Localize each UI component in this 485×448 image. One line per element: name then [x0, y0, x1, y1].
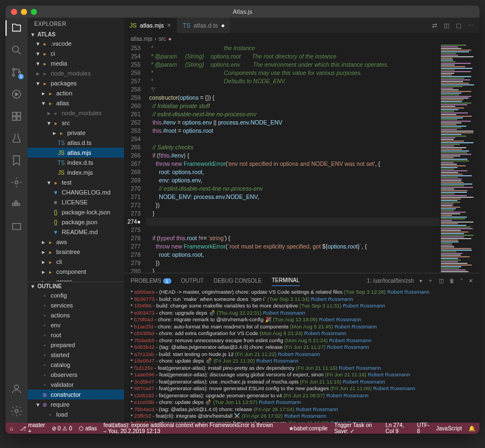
status-errors[interactable]: ⊘ 0 ⚠ 0 [52, 425, 72, 431]
tree-row[interactable]: JSindex.mjs [28, 168, 124, 177]
status-encoding[interactable]: UTF-8 [417, 422, 430, 434]
outline-item[interactable]: ▫actions [28, 310, 124, 320]
split-terminal-icon[interactable]: ◫ [439, 278, 444, 284]
tree-row[interactable]: ▾ ▸test [28, 177, 124, 187]
activity-bar: 3 [6, 18, 28, 423]
svg-point-2 [13, 74, 15, 77]
kill-terminal-icon[interactable]: 🗑 [449, 278, 455, 284]
tree-row[interactable]: ≡LICENSE [28, 197, 124, 207]
status-scope[interactable]: ⬡ atlas [79, 425, 97, 431]
outline-item[interactable]: ▫load [28, 409, 124, 419]
tree-row[interactable]: ▸ ▸braintree [28, 247, 124, 257]
terminal-selector[interactable]: 1: /usr/local/bin/zsh [367, 278, 414, 284]
tree-row[interactable]: ▼CHANGELOG.md [28, 187, 124, 197]
gear-icon[interactable] [10, 405, 23, 417]
panel: PROBLEMS1 OUTPUT DEBUG CONSOLE TERMINAL … [124, 273, 479, 423]
tree-row[interactable]: ▸ ▸action [28, 88, 124, 98]
debug-icon[interactable] [10, 88, 23, 100]
tree-row[interactable]: {}package-lock.json [28, 207, 124, 217]
outline-item[interactable]: ▫catalog [28, 360, 124, 370]
extensions-icon[interactable] [10, 110, 23, 122]
tab-terminal[interactable]: TERMINAL [272, 275, 300, 286]
outline-item[interactable]: ▾ ⊕require [28, 400, 124, 409]
terminal-dropdown-icon[interactable]: ▾ [419, 278, 422, 284]
maximize-panel-icon[interactable]: ˄ [460, 278, 463, 284]
tree-row[interactable]: ▸ ▸component [28, 267, 124, 277]
status-trigger[interactable]: Trigger Task on Save: ✓ [334, 422, 379, 434]
explorer-icon[interactable] [10, 22, 23, 34]
breadcrumb-file[interactable]: atlas.mjs [131, 36, 152, 42]
split-icon[interactable]: ◫ [444, 22, 449, 29]
editor-tabs: JSatlas.mjs×TSatlas.d.ts● ⇄ ◫ ▢ ⋯ [124, 18, 479, 33]
tree-row[interactable]: ▸ ▸errors [28, 277, 124, 282]
docker-icon[interactable] [10, 198, 23, 210]
tree-row[interactable]: ▾ ▸.vscode [28, 39, 124, 48]
tree-row[interactable]: TSindex.d.ts [28, 158, 124, 168]
status-position[interactable]: Ln 274, Col 9 [386, 422, 411, 434]
test-icon[interactable] [10, 132, 23, 144]
minimize-window-icon[interactable] [21, 9, 27, 15]
svg-rect-5 [13, 112, 16, 116]
tree-row[interactable]: TSatlas.d.ts [28, 138, 124, 148]
breadcrumb-folder[interactable]: src [159, 36, 166, 42]
tree-row[interactable]: {}package.json [28, 217, 124, 227]
project-icon[interactable] [10, 220, 23, 233]
editor[interactable]: 2532542552562572582592602612622632642652… [124, 44, 479, 273]
close-panel-icon[interactable]: ✕ [468, 278, 473, 284]
account-icon[interactable] [10, 383, 23, 395]
tree-row[interactable]: ▾ ▸atlas [28, 98, 124, 108]
tree-row[interactable]: JSatlas.mjs [28, 148, 124, 158]
tree-row[interactable]: ▾ ▸ci [28, 48, 124, 58]
file-tree[interactable]: ▾ ▸.vscode▾ ▸ci▾ ▸media▸ ▸node_modules▾ … [28, 39, 124, 282]
outline-item[interactable]: ▫config [28, 290, 124, 300]
more-icon[interactable]: ⋯ [468, 22, 474, 29]
status-language[interactable]: JavaScript [436, 425, 462, 431]
outline-item[interactable]: ▫validator [28, 380, 124, 390]
tab-output[interactable]: OUTPUT [181, 276, 204, 286]
tree-row[interactable]: ▸ ▸node_modules [28, 68, 124, 78]
bookmark-icon[interactable] [10, 154, 23, 166]
tree-row[interactable]: ▸ ▸node_modules [28, 108, 124, 118]
tree-row[interactable]: ▸ ▸aws [28, 237, 124, 247]
minimap[interactable] [440, 44, 479, 273]
gitlens-icon[interactable] [10, 176, 23, 188]
code-area[interactable]: * the instance * @param {String} options… [146, 44, 440, 273]
tab-actions: ⇄ ◫ ▢ ⋯ [427, 18, 479, 33]
outline-item[interactable]: ▫started [28, 350, 124, 360]
outline-item[interactable]: ▫env [28, 320, 124, 330]
outline-header[interactable]: ▾OUTLINE [28, 282, 124, 290]
breadcrumb[interactable]: atlas.mjs › src ● [124, 33, 479, 44]
titlebar[interactable]: Atlas.js [6, 6, 479, 18]
notification-icon[interactable]: 🔔 [468, 425, 475, 431]
outline-item[interactable]: ▫prepared [28, 340, 124, 350]
tree-row[interactable]: ▾ ▸media [28, 58, 124, 68]
remote-icon[interactable]: ⌂ [10, 425, 13, 431]
tree-row[interactable]: ▾ ▸src [28, 118, 124, 128]
outline-item[interactable]: ▫root [28, 330, 124, 340]
terminal-output[interactable]: * a955aea - (HEAD -> master, origin/mast… [124, 288, 479, 423]
editor-tab[interactable]: TSatlas.d.ts● [177, 18, 231, 33]
tree-row[interactable]: ▾ ▸packages [28, 78, 124, 88]
status-branch[interactable]: ⎇ master + [20, 422, 45, 434]
layout-icon[interactable]: ▢ [456, 22, 461, 29]
project-root[interactable]: ▾ATLAS [28, 30, 124, 39]
tree-row[interactable]: ▸ ▸private [28, 128, 124, 138]
outline-item[interactable]: ⊕constructor [28, 390, 124, 400]
status-babel[interactable]: ★babel:compile [289, 425, 328, 431]
tab-problems[interactable]: PROBLEMS1 [131, 276, 171, 286]
tree-row[interactable]: ▸ ▸cli [28, 257, 124, 267]
outline-tree[interactable]: ▫config ▫services ▫actions ▫env ▫root ▫p… [28, 290, 124, 423]
editor-tab[interactable]: JSatlas.mjs× [124, 18, 177, 33]
new-terminal-icon[interactable]: ＋ [428, 277, 433, 284]
outline-item[interactable]: ▫services [28, 300, 124, 310]
source-control-icon[interactable]: 3 [10, 66, 23, 78]
maximize-window-icon[interactable] [31, 9, 37, 15]
tree-row[interactable]: ▼README.md [28, 227, 124, 237]
status-commit[interactable]: feat(atlas): expose additional context w… [104, 422, 276, 434]
close-window-icon[interactable] [11, 9, 17, 15]
compare-icon[interactable]: ⇄ [432, 22, 437, 29]
svg-point-16 [15, 409, 18, 413]
outline-item[interactable]: ▫observers [28, 370, 124, 380]
tab-debug-console[interactable]: DEBUG CONSOLE [214, 276, 262, 286]
search-icon[interactable] [10, 44, 23, 56]
